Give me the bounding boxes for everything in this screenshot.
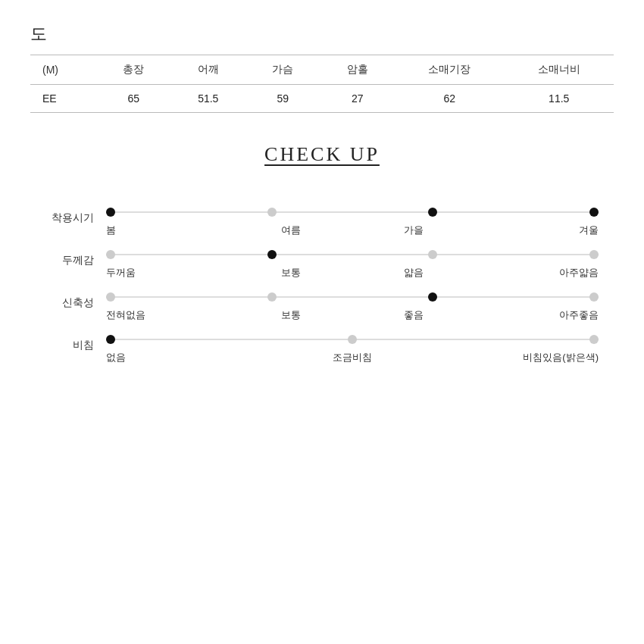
size-table-cell: EE	[30, 85, 96, 113]
check-point-label: 얇음	[352, 266, 476, 280]
check-rows-container: 착용시기봄여름가을겨울두께감두꺼움보통얇음아주얇음신축성전혀없음보통좋음아주좋음…	[30, 204, 614, 364]
track-points	[106, 250, 599, 259]
size-table-header: 소매너비	[504, 55, 614, 85]
check-point-label: 여름	[230, 224, 353, 237]
check-row: 두께감두꺼움보통얇음아주얇음	[45, 246, 599, 280]
size-table-header: 총장	[96, 55, 171, 85]
track-dot	[428, 250, 437, 259]
check-point-label: 두꺼움	[106, 266, 230, 280]
check-labels-row: 두꺼움보통얇음아주얇음	[106, 266, 599, 280]
check-track	[106, 331, 599, 348]
check-row-label: 두께감	[45, 246, 106, 267]
size-table-header: 어깨	[171, 55, 246, 85]
checkup-section: CHECK UP 착용시기봄여름가을겨울두께감두꺼움보통얇음아주얇음신축성전혀없…	[30, 143, 614, 364]
check-track-container: 없음조금비침비침있음(밝은색)	[106, 331, 599, 364]
size-table-header-row: (M)총장어깨가슴암홀소매기장소매너비	[30, 55, 614, 85]
check-point-label: 없음	[106, 351, 270, 364]
check-labels-row: 전혀없음보통좋음아주좋음	[106, 308, 599, 322]
track-dot	[589, 250, 599, 259]
track-dot	[106, 335, 115, 344]
check-track	[106, 289, 599, 305]
checkup-title: CHECK UP	[30, 143, 614, 166]
check-point-label: 전혀없음	[106, 308, 230, 322]
track-dot	[267, 250, 277, 259]
check-point-label: 아주좋음	[476, 308, 599, 322]
track-dot	[348, 335, 357, 344]
check-point-label: 조금비침	[270, 351, 435, 364]
track-dot	[267, 292, 277, 302]
check-track-container: 전혀없음보통좋음아주좋음	[106, 289, 599, 322]
check-row-label: 비침	[45, 331, 106, 352]
size-table-cell: 62	[395, 85, 504, 113]
track-points	[106, 208, 599, 217]
check-labels-row: 봄여름가을겨울	[106, 224, 599, 237]
check-track	[106, 246, 599, 263]
size-table-section: 도 (M)총장어깨가슴암홀소매기장소매너비 EE6551.559276211.5	[30, 23, 614, 113]
track-dot	[106, 292, 115, 302]
size-table-cell: 11.5	[504, 85, 614, 113]
check-point-label: 아주얇음	[476, 266, 599, 280]
size-table-cell: 27	[320, 85, 395, 113]
track-points	[106, 335, 599, 344]
track-dot	[428, 292, 437, 302]
size-table: (M)총장어깨가슴암홀소매기장소매너비 EE6551.559276211.5	[30, 55, 614, 113]
check-point-label: 겨울	[476, 224, 599, 237]
size-table-header: 소매기장	[395, 55, 504, 85]
check-labels-row: 없음조금비침비침있음(밝은색)	[106, 351, 599, 364]
size-table-header: 암홀	[320, 55, 395, 85]
track-dot	[106, 208, 115, 217]
page-title: 도	[30, 23, 614, 45]
size-table-cell: 65	[96, 85, 171, 113]
check-point-label: 봄	[106, 224, 230, 237]
track-dot	[589, 292, 599, 302]
check-point-label: 보통	[230, 308, 353, 322]
check-row-label: 착용시기	[45, 204, 106, 225]
check-track-container: 두꺼움보통얇음아주얇음	[106, 246, 599, 280]
check-point-label: 가을	[352, 224, 476, 237]
check-point-label: 비침있음(밝은색)	[434, 351, 599, 364]
page-container: 도 (M)총장어깨가슴암홀소매기장소매너비 EE6551.559276211.5…	[0, 0, 644, 396]
check-row: 신축성전혀없음보통좋음아주좋음	[45, 289, 599, 322]
check-point-label: 보통	[230, 266, 353, 280]
track-dot	[589, 335, 599, 344]
size-table-cell: 59	[245, 85, 320, 113]
track-dot	[589, 208, 599, 217]
track-dot	[428, 208, 437, 217]
size-table-cell: 51.5	[171, 85, 246, 113]
track-points	[106, 292, 599, 302]
track-dot	[106, 250, 115, 259]
check-point-label: 좋음	[352, 308, 476, 322]
check-row-label: 신축성	[45, 289, 106, 310]
track-dot	[267, 208, 277, 217]
size-table-header: 가슴	[245, 55, 320, 85]
size-table-header: (M)	[30, 55, 96, 85]
check-track-container: 봄여름가을겨울	[106, 204, 599, 237]
check-row: 착용시기봄여름가을겨울	[45, 204, 599, 237]
size-table-row: EE6551.559276211.5	[30, 85, 614, 113]
check-track	[106, 204, 599, 220]
check-row: 비침없음조금비침비침있음(밝은색)	[45, 331, 599, 364]
